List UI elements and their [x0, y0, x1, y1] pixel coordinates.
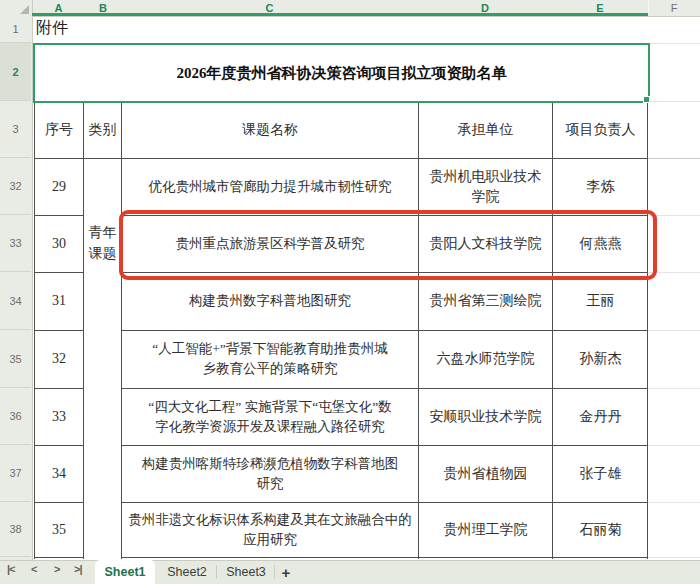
row-header-38[interactable]: 38: [0, 502, 31, 557]
cell-org[interactable]: 贵州省植物园: [419, 446, 552, 501]
cell-seq[interactable]: 35: [35, 503, 83, 556]
header-divider: [648, 0, 649, 13]
row-header-33[interactable]: 33: [0, 215, 31, 272]
cell-topic[interactable]: “人工智能+”背景下智能教育助推贵州城 乡教育公平的策略研究: [122, 331, 418, 387]
row-header-3[interactable]: 3: [0, 101, 31, 158]
cell-a1-attachment[interactable]: 附件: [36, 18, 68, 39]
nav-previous-icon[interactable]: <: [31, 563, 36, 575]
column-header-f[interactable]: F: [648, 0, 700, 16]
cell-leader[interactable]: 金丹丹: [553, 389, 648, 444]
cell-leader[interactable]: 李炼: [553, 159, 648, 214]
cell-seq[interactable]: 29: [35, 159, 83, 214]
row-header-37[interactable]: 37: [0, 445, 31, 502]
cell-seq[interactable]: 34: [35, 446, 83, 501]
cell-org[interactable]: 贵州理工学院: [419, 503, 552, 556]
header-cell-topic[interactable]: 课题名称: [122, 102, 418, 158]
grid-line: [83, 101, 84, 559]
cell-topic[interactable]: 优化贵州城市管廊助力提升城市韧性研究: [122, 159, 418, 214]
row-header-1[interactable]: 1: [0, 16, 31, 43]
cell-topic[interactable]: “四大文化工程” 实施背景下“屯堡文化”数 字化教学资源开发及课程融入路径研究: [122, 389, 418, 444]
cell-seq[interactable]: 32: [35, 331, 83, 387]
tab-sheet1[interactable]: Sheet1: [95, 560, 155, 584]
cell-org[interactable]: 贵州省第三测绘院: [419, 273, 552, 329]
select-all-corner[interactable]: [0, 0, 33, 17]
cell-seq[interactable]: 31: [35, 273, 83, 329]
cell-org[interactable]: 贵州机电职业技术 学院: [419, 159, 552, 214]
cell-title-selected[interactable]: 2026年度贵州省科协决策咨询项目拟立项资助名单: [33, 43, 650, 103]
cell-leader[interactable]: 孙新杰: [553, 331, 648, 387]
spreadsheet-window: A B C D E F 1 2 3 32 33 34 35 36 37 38 附…: [0, 0, 700, 584]
header-cell-org[interactable]: 承担单位: [419, 102, 552, 158]
header-cell-category[interactable]: 类别: [84, 102, 121, 158]
selection-fill-handle[interactable]: [643, 96, 650, 103]
tab-sheet3[interactable]: Sheet3: [219, 560, 273, 584]
cell-leader[interactable]: 张子雄: [553, 446, 648, 501]
cell-leader[interactable]: 何燕燕: [553, 216, 648, 271]
tab-sheet2[interactable]: Sheet2: [160, 560, 214, 584]
cell-leader[interactable]: 王丽: [553, 273, 648, 329]
row-header-gutter: 1 2 3 32 33 34 35 36 37 38: [0, 16, 33, 560]
cell-topic[interactable]: 构建贵州喀斯特珍稀濒危植物数字科普地图 研究: [122, 446, 418, 501]
cell-topic[interactable]: 贵州非遗文化标识体系构建及其在文旅融合中的 应用研究: [122, 503, 418, 556]
selection-column-indicator: [32, 13, 648, 16]
cell-org[interactable]: 贵阳人文科技学院: [419, 216, 552, 271]
nav-next-icon[interactable]: >: [54, 563, 59, 575]
row-header-32[interactable]: 32: [0, 158, 31, 215]
nav-last-icon[interactable]: >|: [74, 563, 82, 575]
cell-topic[interactable]: 构建贵州数字科普地图研究: [122, 273, 418, 329]
cell-category-merged[interactable]: 青年课题: [84, 213, 121, 273]
row-header-36[interactable]: 36: [0, 388, 31, 445]
cell-seq[interactable]: 30: [35, 216, 83, 271]
header-cell-leader[interactable]: 项目负责人: [553, 102, 648, 158]
cell-org[interactable]: 六盘水师范学院: [419, 331, 552, 387]
sheet-title: 2026年度贵州省科协决策咨询项目拟立项资助名单: [177, 64, 507, 83]
cell-seq[interactable]: 33: [35, 389, 83, 444]
cell-leader[interactable]: 石丽菊: [553, 503, 648, 556]
header-cell-seq[interactable]: 序号: [35, 102, 83, 158]
row-header-35[interactable]: 35: [0, 330, 31, 388]
add-sheet-button[interactable]: +: [277, 560, 295, 584]
cell-org[interactable]: 安顺职业技术学院: [419, 389, 552, 444]
select-all-icon: [20, 5, 29, 14]
nav-first-icon[interactable]: |<: [7, 563, 15, 575]
row-header-34[interactable]: 34: [0, 272, 31, 330]
cell-topic[interactable]: 贵州重点旅游景区科学普及研究: [122, 216, 418, 271]
row-header-2[interactable]: 2: [0, 43, 31, 101]
